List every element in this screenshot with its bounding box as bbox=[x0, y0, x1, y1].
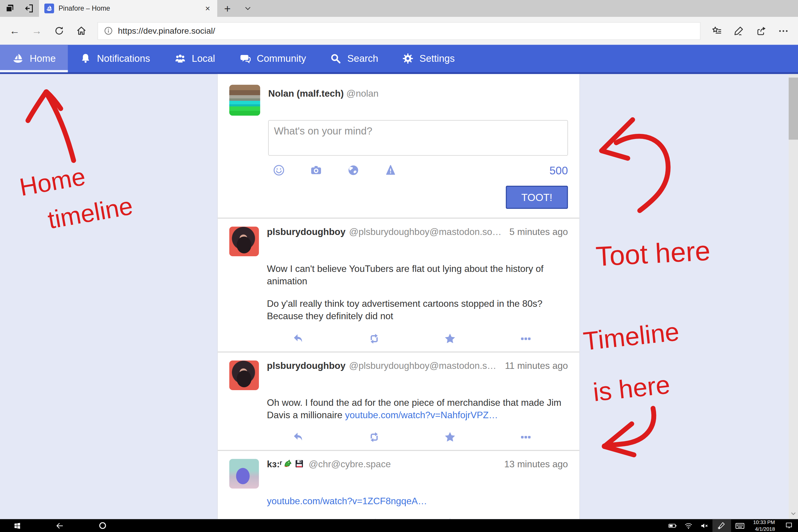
reply-button[interactable] bbox=[288, 517, 309, 519]
post-paragraph: Do y'all really think toy advertisement … bbox=[267, 298, 568, 322]
tab-close-icon[interactable]: × bbox=[203, 3, 212, 13]
emoji-button[interactable] bbox=[268, 164, 290, 177]
compose-input-wrap bbox=[268, 120, 568, 157]
tab-list-chevron-button[interactable] bbox=[238, 0, 258, 17]
taskbar-back-button[interactable] bbox=[44, 519, 75, 532]
privacy-button[interactable] bbox=[343, 164, 364, 177]
reply-button[interactable] bbox=[288, 332, 309, 345]
timeline-post[interactable]: kз:ʳ @chr@cybre.space 13 minutes ago you… bbox=[218, 451, 580, 519]
address-bar[interactable]: https://dev.pinafore.social/ bbox=[97, 22, 701, 40]
post-paragraph: Wow I can't believe YouTubers are flat o… bbox=[267, 263, 568, 287]
globe-icon bbox=[347, 164, 360, 176]
page-content: Nolan (malf.tech) @nolan bbox=[0, 74, 798, 519]
favorite-button[interactable] bbox=[439, 332, 460, 345]
nav-label: Notifications bbox=[97, 53, 150, 64]
browser-toolbar: ← → https://dev.pinafore.social/ bbox=[0, 17, 798, 45]
boost-button[interactable] bbox=[363, 517, 384, 519]
timeline-post[interactable]: plsburydoughboy @plsburydoughboy@mastodo… bbox=[218, 352, 580, 450]
favorite-button[interactable] bbox=[439, 517, 460, 519]
post-actions bbox=[229, 332, 568, 345]
dragon-emoji bbox=[283, 459, 293, 471]
wifi-icon bbox=[684, 521, 693, 530]
action-center-button[interactable] bbox=[779, 519, 798, 532]
scrollbar-thumb[interactable] bbox=[789, 78, 798, 140]
windows-ink-button[interactable] bbox=[712, 519, 731, 532]
cortana-button[interactable] bbox=[87, 519, 118, 532]
nav-item-local[interactable]: Local bbox=[162, 45, 227, 72]
post-timestamp[interactable]: 5 minutes ago bbox=[510, 227, 568, 238]
battery-indicator[interactable] bbox=[664, 519, 680, 532]
web-note-button[interactable] bbox=[728, 20, 750, 42]
nav-item-home[interactable]: Home bbox=[0, 45, 68, 72]
nav-item-settings[interactable]: Settings bbox=[390, 45, 467, 72]
compose-textarea[interactable] bbox=[268, 120, 568, 156]
post-paragraph: Oh wow. I found the ad for the one piece… bbox=[267, 396, 568, 421]
windows-logo-icon bbox=[14, 522, 21, 529]
screen: Pinafore – Home × + ← → https://dev.pina… bbox=[0, 0, 798, 532]
tab-preview-button[interactable] bbox=[0, 0, 19, 17]
post-link[interactable]: youtube.com/watch?v=NahfojrVPZ… bbox=[345, 409, 498, 420]
chevron-down-icon bbox=[791, 510, 797, 516]
media-upload-button[interactable] bbox=[306, 164, 327, 177]
char-count: 500 bbox=[549, 164, 568, 177]
keyboard-icon bbox=[735, 521, 745, 531]
touch-keyboard-button[interactable] bbox=[731, 519, 749, 532]
timeline-post[interactable]: plsburydoughboy @plsburydoughboy@mastodo… bbox=[218, 219, 580, 352]
pinafore-nav-bar: Home Notifications Local Community Searc… bbox=[0, 45, 798, 74]
page-scrollbar[interactable] bbox=[789, 74, 798, 519]
forward-button[interactable]: → bbox=[26, 20, 48, 42]
share-button[interactable] bbox=[750, 20, 772, 42]
reply-icon bbox=[291, 431, 305, 444]
scrollbar-down-button[interactable] bbox=[789, 509, 798, 518]
boost-button[interactable] bbox=[363, 431, 384, 444]
set-tabs-aside-button[interactable] bbox=[19, 0, 39, 17]
more-dots-icon bbox=[519, 431, 532, 444]
post-avatar[interactable] bbox=[229, 360, 259, 390]
toot-button[interactable]: TOOT! bbox=[506, 186, 568, 209]
post-link[interactable]: youtube.com/watch?v=1ZCF8ngqeA… bbox=[267, 496, 427, 506]
post-body: youtube.com/watch?v=1ZCF8ngqeA… bbox=[267, 489, 568, 507]
wifi-indicator[interactable] bbox=[680, 519, 696, 532]
stacked-tabs-icon bbox=[4, 3, 15, 14]
new-tab-button[interactable]: + bbox=[217, 0, 238, 17]
site-info-icon[interactable] bbox=[104, 26, 113, 36]
post-more-button[interactable] bbox=[515, 517, 536, 519]
post-paragraph: youtube.com/watch?v=1ZCF8ngqeA… bbox=[267, 495, 568, 507]
nav-item-search[interactable]: Search bbox=[318, 45, 390, 72]
post-more-button[interactable] bbox=[515, 332, 536, 345]
favorite-button[interactable] bbox=[439, 431, 460, 444]
reply-button[interactable] bbox=[288, 431, 309, 444]
browser-tab-pinafore[interactable]: Pinafore – Home × bbox=[39, 0, 217, 17]
home-button[interactable] bbox=[70, 20, 92, 42]
volume-muted-indicator[interactable] bbox=[696, 519, 712, 532]
content-warning-button[interactable] bbox=[380, 164, 401, 177]
pen-icon bbox=[733, 25, 745, 37]
url-text[interactable]: https://dev.pinafore.social/ bbox=[118, 26, 215, 36]
browser-tab-bar: Pinafore – Home × + bbox=[0, 0, 798, 17]
post-timestamp[interactable]: 11 minutes ago bbox=[505, 360, 568, 371]
post-display-name[interactable]: kз:ʳ bbox=[267, 459, 305, 471]
content-warning-icon bbox=[384, 164, 397, 176]
settings-more-button[interactable] bbox=[772, 20, 795, 42]
start-button[interactable] bbox=[2, 519, 33, 532]
compose-avatar[interactable] bbox=[229, 85, 260, 116]
post-avatar[interactable] bbox=[229, 459, 259, 489]
emoji-icon bbox=[273, 164, 285, 176]
favorites-hub-button[interactable] bbox=[706, 20, 728, 42]
boost-button[interactable] bbox=[363, 332, 384, 345]
nav-item-community[interactable]: Community bbox=[227, 45, 318, 72]
post-display-name[interactable]: plsburydoughboy bbox=[267, 227, 345, 238]
nav-item-notifications[interactable]: Notifications bbox=[68, 45, 162, 72]
post-timestamp[interactable]: 13 minutes ago bbox=[504, 459, 568, 470]
share-icon bbox=[756, 25, 767, 37]
back-button[interactable]: ← bbox=[3, 20, 26, 42]
post-actions bbox=[229, 517, 568, 519]
taskbar-clock[interactable]: 10:33 PM 4/1/2018 bbox=[753, 519, 775, 532]
star-icon bbox=[443, 332, 456, 345]
ellipsis-icon bbox=[778, 25, 789, 37]
star-icon bbox=[443, 431, 456, 444]
post-display-name[interactable]: plsburydoughboy bbox=[267, 360, 345, 371]
post-avatar[interactable] bbox=[229, 227, 259, 256]
refresh-button[interactable] bbox=[48, 20, 70, 42]
post-more-button[interactable] bbox=[515, 431, 536, 444]
